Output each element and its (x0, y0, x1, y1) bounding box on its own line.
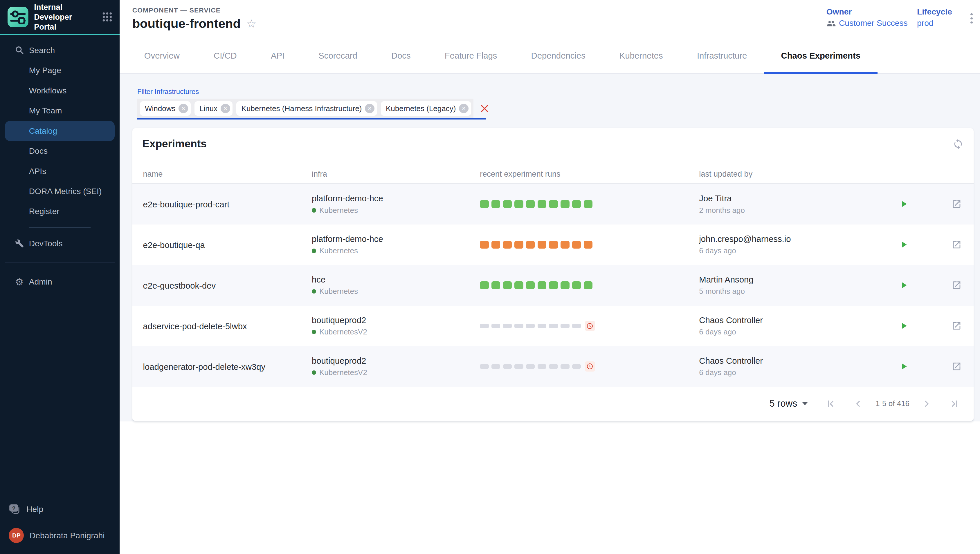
user-name: Debabrata Panigrahi (30, 531, 105, 540)
sidebar-item-catalog[interactable]: Catalog (5, 121, 115, 141)
tab-infrastructure[interactable]: Infrastructure (680, 40, 764, 74)
open-experiment-button[interactable] (950, 320, 963, 332)
updated-at: 5 months ago (699, 287, 888, 296)
recent-runs-indicator (480, 361, 699, 372)
run-experiment-button[interactable] (897, 198, 910, 210)
sidebar-item-my-team[interactable]: My Team (5, 101, 115, 121)
tab-api[interactable]: API (254, 40, 301, 74)
sidebar-item-docs[interactable]: Docs (5, 141, 115, 161)
previous-page-button[interactable] (853, 398, 864, 409)
run-empty-bar (560, 364, 569, 369)
clear-filters-icon[interactable] (480, 104, 488, 113)
open-experiment-button[interactable] (950, 239, 963, 251)
sidebar-divider (29, 227, 91, 228)
sidebar-item-dora-metrics-sei[interactable]: DORA Metrics (SEI) (5, 181, 115, 201)
sidebar-item-my-page[interactable]: My Page (5, 60, 115, 80)
run-scheduled-badge (585, 321, 595, 331)
tab-dependencies[interactable]: Dependencies (514, 40, 602, 74)
chip-remove-icon[interactable]: × (459, 104, 469, 113)
table-row[interactable]: e2e-guestbook-dev hce Kubernetes Martin … (132, 265, 974, 306)
tab-docs[interactable]: Docs (374, 40, 428, 74)
last-page-button[interactable] (949, 398, 960, 409)
run-empty-bar (549, 364, 558, 369)
app-title: Internal Developer Portal (34, 2, 96, 32)
favorite-star-icon[interactable]: ☆ (246, 18, 257, 29)
open-in-new-icon (951, 280, 962, 290)
chip-label: Kubernetes (Harness Infrastructure) (241, 104, 362, 113)
filter-label: Filter Infrastructures (137, 88, 974, 96)
experiment-name: loadgenerator-pod-delete-xw3qy (143, 362, 266, 372)
run-empty-bar (480, 324, 488, 328)
table-body: e2e-boutique-prod-cart platform-demo-hce… (132, 184, 974, 387)
chip-remove-icon[interactable]: × (220, 104, 230, 113)
infra-type: KubernetesV2 (319, 368, 367, 377)
chaos-tab-content: Filter Infrastructures Windows×Linux×Kub… (120, 74, 980, 422)
run-experiment-button[interactable] (897, 279, 910, 291)
table-header-row: name infra recent experiment runs last u… (132, 165, 974, 184)
tab-overview[interactable]: Overview (127, 40, 196, 74)
run-empty-bar (514, 364, 523, 369)
table-row[interactable]: loadgenerator-pod-delete-xw3qy boutiquep… (132, 346, 974, 387)
run-passed-square (538, 200, 546, 208)
owner-value-link[interactable]: Customer Success (827, 18, 908, 28)
run-failed-square (480, 241, 488, 248)
updated-by: Chaos Controller (699, 356, 888, 366)
sidebar-item-search[interactable]: Search (5, 40, 115, 60)
owner-label: Owner (827, 7, 908, 16)
lifecycle-label: Lifecycle (917, 7, 952, 16)
entity-tabs: OverviewCI/CDAPIScorecardDocsFeature Fla… (120, 40, 980, 74)
run-scheduled-badge (585, 361, 595, 372)
app-root: Internal Developer Portal SearchMy PageW… (0, 0, 980, 554)
chip-remove-icon[interactable]: × (365, 104, 375, 113)
app-grid-icon[interactable] (102, 12, 112, 22)
column-header-updated: last updated by (699, 169, 888, 179)
table-row[interactable]: e2e-boutique-prod-cart platform-demo-hce… (132, 184, 974, 224)
pagination-range: 1-5 of 416 (876, 399, 910, 408)
entity-header: COMPONENT — SERVICE boutique-frontend ☆ … (120, 0, 980, 40)
kebab-menu-icon[interactable] (969, 11, 975, 25)
run-empty-bar (492, 364, 500, 369)
table-row[interactable]: e2e-boutique-qa platform-demo-hce Kubern… (132, 224, 974, 265)
chip-remove-icon[interactable]: × (179, 104, 188, 113)
rows-per-page-value: 5 rows (769, 398, 797, 409)
table-row[interactable]: adservice-pod-delete-5lwbx boutiqueprod2… (132, 306, 974, 346)
experiment-name: adservice-pod-delete-5lwbx (143, 322, 247, 331)
tab-feature-flags[interactable]: Feature Flags (428, 40, 514, 74)
tab-scorecard[interactable]: Scorecard (302, 40, 375, 74)
open-experiment-button[interactable] (950, 360, 963, 373)
first-page-button[interactable] (825, 398, 836, 409)
refresh-button[interactable] (951, 137, 965, 153)
sidebar-item-devtools[interactable]: DevTools (5, 234, 115, 253)
people-icon (827, 19, 836, 27)
run-experiment-button[interactable] (897, 239, 910, 251)
open-experiment-button[interactable] (950, 279, 963, 291)
open-experiment-button[interactable] (950, 198, 963, 210)
run-experiment-button[interactable] (897, 320, 910, 332)
experiment-name: e2e-boutique-prod-cart (143, 199, 230, 209)
tab-ci-cd[interactable]: CI/CD (196, 40, 254, 74)
rows-per-page-select[interactable]: 5 rows (769, 398, 807, 409)
sidebar-header: Internal Developer Portal (0, 0, 120, 34)
filter-input[interactable]: Windows×Linux×Kubernetes (Harness Infras… (137, 99, 486, 119)
tab-chaos-experiments[interactable]: Chaos Experiments (764, 40, 878, 74)
sidebar-item-register[interactable]: Register (5, 201, 115, 221)
pagination-bar: 5 rows 1-5 of 416 (132, 387, 974, 420)
sidebar-item-apis[interactable]: APIs (5, 161, 115, 181)
sidebar-item-workflows[interactable]: Workflows (5, 81, 115, 101)
sidebar-item-label: Register (29, 207, 59, 216)
run-experiment-button[interactable] (897, 360, 910, 373)
run-empty-bar (526, 324, 535, 328)
updated-by: john.crespo@harness.io (699, 234, 888, 244)
recent-runs-indicator (480, 200, 699, 208)
infra-name: platform-demo-hce (312, 234, 480, 244)
run-failed-square (572, 241, 581, 248)
tab-kubernetes[interactable]: Kubernetes (602, 40, 680, 74)
sidebar-item-admin[interactable]: ⚙ Admin (5, 272, 115, 292)
next-page-button[interactable] (921, 398, 932, 409)
infra-status-dot (312, 330, 316, 334)
filter-chipbox[interactable]: Windows×Linux×Kubernetes (Harness Infras… (137, 99, 474, 118)
search-icon (15, 46, 29, 54)
help-button[interactable]: ? Help (9, 500, 120, 519)
infra-status-dot (312, 208, 316, 212)
user-menu[interactable]: DP Debabrata Panigrahi (9, 526, 120, 545)
